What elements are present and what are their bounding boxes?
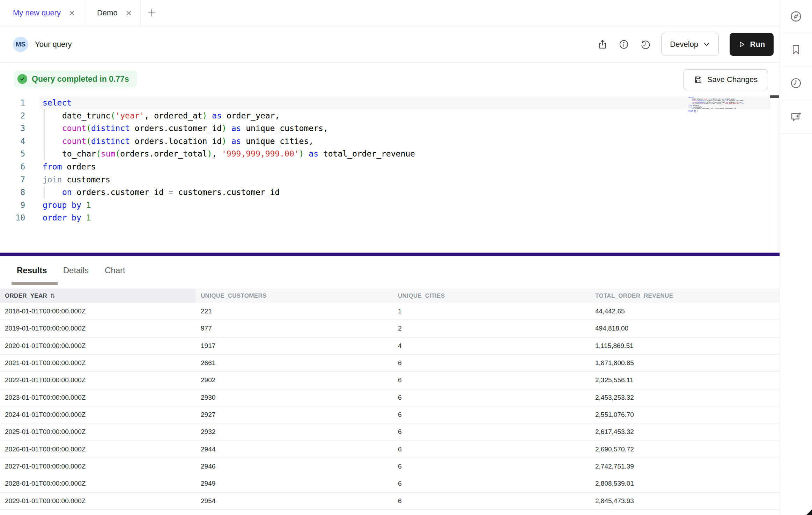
table-cell: 2,808,539.01: [595, 475, 780, 492]
table-cell: 2022-01-01T00:00:00.000Z: [5, 372, 195, 389]
results-tab-results[interactable]: Results: [17, 266, 47, 275]
table-cell: 2,551,076.70: [595, 406, 780, 423]
token: (: [110, 111, 115, 120]
table-cell: 2949: [201, 475, 393, 492]
minimap-token: orders.order_total: [704, 103, 721, 104]
minimap-token: total_order_revenue: [744, 103, 744, 104]
table-cell: 2954: [201, 493, 393, 510]
line-number: 1: [0, 96, 25, 109]
table-cell: 2,325,556.11: [595, 372, 780, 389]
develop-button[interactable]: Develop: [661, 33, 719, 56]
status-message: Query completed in 0.77s: [32, 74, 129, 84]
table-cell: 2902: [201, 372, 393, 389]
token: (: [86, 137, 91, 146]
editor-minimap[interactable]: selectdate_trunc('year', ordered_at) as …: [688, 97, 744, 114]
tab-close-icon[interactable]: [125, 10, 132, 16]
clock-icon: [790, 77, 802, 89]
table-cell: 2029-01-01T00:00:00.000Z: [5, 493, 195, 510]
table-header: ORDER_YEARUNIQUE_CUSTOMERSUNIQUE_CITIEST…: [0, 289, 780, 303]
token: unique_cities,: [241, 137, 313, 146]
table-cell: 2,845,473.93: [595, 493, 780, 510]
table-cell: 494,818.00: [595, 320, 780, 337]
table-cell: 977: [201, 320, 393, 337]
sidebar-item-explore[interactable]: [780, 0, 812, 33]
new-tab-button[interactable]: [141, 0, 163, 26]
page-title: Your query: [35, 40, 72, 49]
column-header-label: UNIQUE_CITIES: [398, 292, 445, 299]
code-line[interactable]: 3count(distinct orders.customer_id) as u…: [0, 122, 780, 135]
token: [304, 149, 309, 158]
token: orders.customer_id: [72, 188, 169, 197]
results-tab-chart[interactable]: Chart: [105, 266, 125, 275]
token: order_year,: [222, 111, 280, 120]
save-changes-button[interactable]: Save Changes: [684, 69, 768, 90]
token: ): [222, 137, 227, 146]
tab-my-new-query[interactable]: My new query: [0, 0, 84, 26]
tab-close-icon[interactable]: [68, 10, 75, 16]
code-line[interactable]: 2date_trunc('year', ordered_at) as order…: [0, 109, 780, 122]
token: as: [231, 124, 241, 133]
token: 'year': [115, 111, 144, 120]
share-button[interactable]: [597, 39, 608, 50]
status-badge: Query completed in 0.77s: [14, 71, 137, 87]
code-line[interactable]: 7join customers: [0, 173, 780, 186]
code-line[interactable]: 4count(distinct orders.location_id) as u…: [0, 135, 780, 148]
line-number: 3: [0, 122, 25, 135]
tab-demo[interactable]: Demo: [84, 0, 141, 26]
results-tab-details[interactable]: Details: [63, 266, 89, 275]
token: select: [43, 98, 72, 107]
token: ): [299, 149, 304, 158]
table-row: 2027-01-01T00:00:00.000Z294662,742,751.3…: [0, 458, 780, 475]
sidebar-item-history[interactable]: [780, 66, 812, 100]
code-line[interactable]: 10order by 1: [0, 211, 780, 224]
column-header-unique_customers[interactable]: UNIQUE_CUSTOMERS: [195, 289, 393, 303]
code-line[interactable]: 8on orders.customer_id = customers.custo…: [0, 186, 780, 199]
info-button[interactable]: [619, 39, 629, 50]
token: 1: [86, 213, 91, 222]
token: (: [86, 124, 91, 133]
table-cell: 2026-01-01T00:00:00.000Z: [5, 441, 195, 458]
token: count: [62, 137, 86, 146]
sidebar-item-bookmarks[interactable]: [780, 33, 812, 66]
table-cell: 2932: [201, 423, 393, 441]
table-cell: 6: [398, 389, 590, 406]
table-cell: 6: [398, 458, 590, 475]
table-cell: 2019-01-01T00:00:00.000Z: [5, 320, 195, 337]
editor-scrollbar[interactable]: [770, 91, 779, 253]
code-text: order by 1: [39, 211, 770, 224]
column-header-order_year[interactable]: ORDER_YEAR: [0, 289, 195, 303]
code-line[interactable]: 1select: [0, 96, 780, 109]
run-button[interactable]: Run: [730, 33, 774, 56]
plus-icon: [147, 8, 157, 18]
token: 1: [86, 201, 91, 210]
table-row: 2026-01-01T00:00:00.000Z294462,690,570.7…: [0, 441, 780, 458]
token: from: [43, 162, 62, 171]
table-cell: 1,871,800.85: [595, 355, 780, 372]
line-number: 5: [0, 147, 25, 160]
panel-splitter[interactable]: [0, 253, 780, 256]
table-cell: 1: [398, 303, 590, 320]
table-row: 2018-01-01T00:00:00.000Z221144,442.65: [0, 303, 780, 320]
sql-editor[interactable]: 1select2date_trunc('year', ordered_at) a…: [0, 96, 780, 224]
run-button-label: Run: [750, 40, 765, 49]
sort-icon[interactable]: [50, 293, 56, 299]
tab-bar: My new queryDemo: [0, 0, 780, 26]
table-cell: 6: [398, 406, 590, 423]
table-cell: 6: [398, 493, 590, 510]
right-sidebar: [780, 0, 812, 515]
code-line[interactable]: 6from orders: [0, 160, 780, 173]
code-line[interactable]: 9group by 1: [0, 199, 780, 212]
token: orders.customer_id: [130, 124, 222, 133]
token: ): [207, 149, 212, 158]
sidebar-item-ai-assistant[interactable]: [780, 100, 812, 134]
table-cell: 2027-01-01T00:00:00.000Z: [5, 458, 195, 475]
column-header-unique_cities[interactable]: UNIQUE_CITIES: [393, 289, 590, 303]
column-header-total_order_revenue[interactable]: TOTAL_ORDER_REVENUE: [590, 289, 780, 303]
table-cell: 2023-01-01T00:00:00.000Z: [5, 389, 195, 406]
editor-scrollbar-thumb[interactable]: [770, 95, 779, 98]
table-cell: 1,115,869.51: [595, 338, 780, 355]
history-button[interactable]: [640, 39, 650, 50]
table-cell: 44,442.65: [595, 303, 780, 320]
info-icon: [619, 39, 629, 50]
code-line[interactable]: 5to_char(sum(orders.order_total), '999,9…: [0, 147, 780, 160]
